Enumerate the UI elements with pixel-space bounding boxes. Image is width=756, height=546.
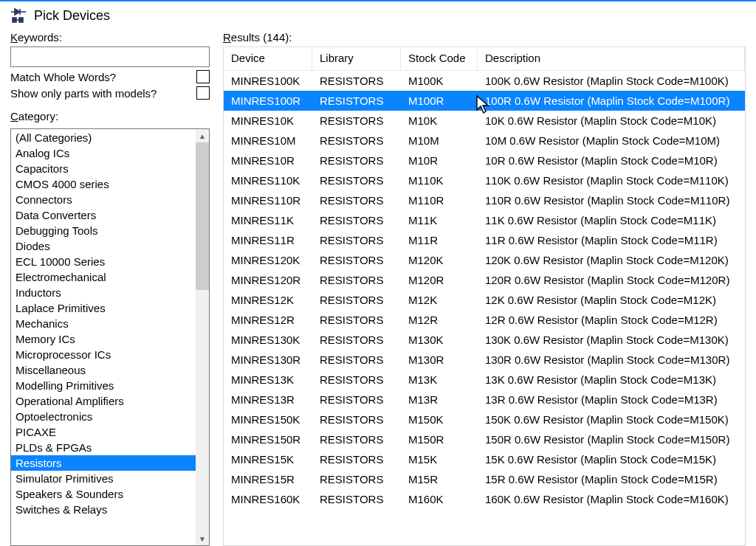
cell-stock: M160K (401, 489, 478, 509)
column-library[interactable]: Library (312, 47, 401, 70)
table-row[interactable]: MINRES13RRESISTORSM13R13R 0.6W Resistor … (224, 390, 745, 410)
cell-library: RESISTORS (312, 310, 401, 330)
category-item[interactable]: Data Converters (11, 207, 196, 223)
cell-desc: 13R 0.6W Resistor (Maplin Stock Code=M13… (478, 390, 745, 410)
cell-stock: M15K (401, 449, 478, 469)
show-only-models-checkbox[interactable] (196, 86, 210, 100)
cell-desc: 120R 0.6W Resistor (Maplin Stock Code=M1… (478, 270, 745, 290)
table-row[interactable]: MINRES130RRESISTORSM130R130R 0.6W Resist… (224, 350, 745, 370)
table-row[interactable]: MINRES110KRESISTORSM110K110K 0.6W Resist… (224, 170, 745, 190)
table-row[interactable]: MINRES100KRESISTORSM100K100K 0.6W Resist… (224, 71, 745, 91)
results-pane: Results (144): Device Library Stock Code… (223, 31, 746, 546)
scroll-thumb[interactable] (196, 142, 209, 290)
category-item[interactable]: (All Categories) (11, 130, 196, 145)
category-item[interactable]: Speakers & Sounders (11, 486, 196, 502)
cell-stock: M12R (401, 310, 478, 330)
category-item[interactable]: PLDs & FPGAs (11, 440, 196, 455)
cell-stock: M130R (401, 350, 478, 370)
category-item[interactable]: CMOS 4000 series (11, 176, 196, 192)
cell-device: MINRES100R (224, 91, 312, 111)
cell-desc: 130K 0.6W Resistor (Maplin Stock Code=M1… (478, 330, 745, 350)
cell-device: MINRES100K (224, 71, 312, 91)
cell-device: MINRES150K (224, 410, 312, 429)
table-row[interactable]: MINRES12KRESISTORSM12K12K 0.6W Resistor … (224, 290, 745, 310)
category-item[interactable]: Capacitors (11, 161, 196, 176)
table-row[interactable]: MINRES120KRESISTORSM120K120K 0.6W Resist… (224, 250, 745, 270)
category-item[interactable]: Electromechanical (11, 269, 196, 285)
cell-stock: M13K (401, 370, 478, 390)
cell-stock: M110K (401, 170, 478, 190)
category-item[interactable]: Inductors (11, 285, 196, 300)
diode-icon (10, 7, 28, 24)
category-item[interactable]: PICAXE (11, 424, 196, 440)
column-device[interactable]: Device (224, 47, 312, 70)
cell-device: MINRES110R (224, 190, 312, 210)
table-row[interactable]: MINRES150RRESISTORSM150R150R 0.6W Resist… (224, 429, 745, 449)
title-bar: Pick Devices (0, 1, 756, 31)
category-item[interactable]: Switches & Relays (11, 502, 196, 517)
table-row[interactable]: MINRES10RRESISTORSM10R10R 0.6W Resistor … (224, 151, 745, 170)
category-item[interactable]: Modelling Primitives (11, 378, 196, 393)
category-item[interactable]: Analog ICs (11, 145, 196, 161)
column-description[interactable]: Description (478, 47, 745, 70)
cell-stock: M15R (401, 469, 478, 489)
column-stock-code[interactable]: Stock Code (401, 47, 478, 70)
table-row[interactable]: MINRES15KRESISTORSM15K15K 0.6W Resistor … (224, 449, 745, 469)
table-row[interactable]: MINRES120RRESISTORSM120R120R 0.6W Resist… (224, 270, 745, 290)
cell-desc: 130R 0.6W Resistor (Maplin Stock Code=M1… (478, 350, 745, 370)
match-whole-words-checkbox[interactable] (196, 70, 210, 83)
category-item[interactable]: Debugging Tools (11, 223, 196, 238)
results-label: Results (144): (223, 31, 746, 44)
category-item[interactable]: Simulator Primitives (11, 471, 196, 486)
cell-library: RESISTORS (312, 151, 401, 170)
scroll-track[interactable] (196, 290, 209, 532)
table-row[interactable]: MINRES130KRESISTORSM130K130K 0.6W Resist… (224, 330, 745, 350)
category-item[interactable]: Mechanics (11, 316, 196, 331)
category-item[interactable]: ECL 10000 Series (11, 254, 196, 269)
cell-library: RESISTORS (312, 290, 401, 310)
table-row[interactable]: MINRES100RRESISTORSM100R100R 0.6W Resist… (224, 91, 745, 111)
filter-pane: Keywords: Match Whole Words? Show only p… (10, 31, 210, 546)
table-row[interactable]: MINRES150KRESISTORSM150K150K 0.6W Resist… (224, 410, 745, 429)
table-row[interactable]: MINRES13KRESISTORSM13K13K 0.6W Resistor … (224, 370, 745, 390)
cell-desc: 100R 0.6W Resistor (Maplin Stock Code=M1… (478, 91, 745, 111)
table-row[interactable]: MINRES160KRESISTORSM160K160K 0.6W Resist… (224, 489, 745, 509)
scroll-down-icon[interactable]: ▼ (196, 532, 209, 545)
category-scrollbar[interactable]: ▲ ▼ (196, 129, 209, 545)
category-item[interactable]: Microprocessor ICs (11, 347, 196, 362)
category-item[interactable]: Memory ICs (11, 331, 196, 347)
table-row[interactable]: MINRES12RRESISTORSM12R12R 0.6W Resistor … (224, 310, 745, 330)
cell-library: RESISTORS (312, 270, 401, 290)
category-item[interactable]: Diodes (11, 238, 196, 254)
table-row[interactable]: MINRES11RRESISTORSM11R11R 0.6W Resistor … (224, 230, 745, 250)
svg-rect-5 (19, 18, 23, 22)
category-item[interactable]: Miscellaneous (11, 362, 196, 378)
cell-device: MINRES120R (224, 270, 312, 290)
table-row[interactable]: MINRES10MRESISTORSM10M10M 0.6W Resistor … (224, 131, 745, 151)
table-row[interactable]: MINRES110RRESISTORSM110R110R 0.6W Resist… (224, 190, 745, 210)
cell-desc: 15R 0.6W Resistor (Maplin Stock Code=M15… (478, 469, 745, 489)
category-item[interactable]: Laplace Primitives (11, 300, 196, 316)
scroll-up-icon[interactable]: ▲ (196, 129, 209, 142)
keywords-input[interactable] (10, 46, 210, 67)
category-item[interactable]: Operational Amplifiers (11, 393, 196, 409)
category-item[interactable]: Resistors (11, 455, 196, 471)
cell-library: RESISTORS (312, 170, 401, 190)
cell-stock: M13R (401, 390, 478, 410)
cell-stock: M100K (401, 71, 478, 91)
cell-stock: M150K (401, 410, 478, 429)
cell-library: RESISTORS (312, 111, 401, 131)
category-item[interactable]: Connectors (11, 192, 196, 207)
table-row[interactable]: MINRES15RRESISTORSM15R15R 0.6W Resistor … (224, 469, 745, 489)
category-listbox[interactable]: (All Categories)Analog ICsCapacitorsCMOS… (10, 128, 210, 546)
cell-library: RESISTORS (312, 230, 401, 250)
cell-device: MINRES11R (224, 230, 312, 250)
table-row[interactable]: MINRES10KRESISTORSM10K10K 0.6W Resistor … (224, 111, 745, 131)
category-item[interactable]: Optoelectronics (11, 409, 196, 424)
show-only-models-row: Show only parts with models? (10, 86, 210, 100)
cell-stock: M10M (401, 131, 478, 151)
cell-desc: 10R 0.6W Resistor (Maplin Stock Code=M10… (478, 151, 745, 170)
cell-library: RESISTORS (312, 330, 401, 350)
table-row[interactable]: MINRES11KRESISTORSM11K11K 0.6W Resistor … (224, 210, 745, 230)
cell-device: MINRES10R (224, 151, 312, 170)
